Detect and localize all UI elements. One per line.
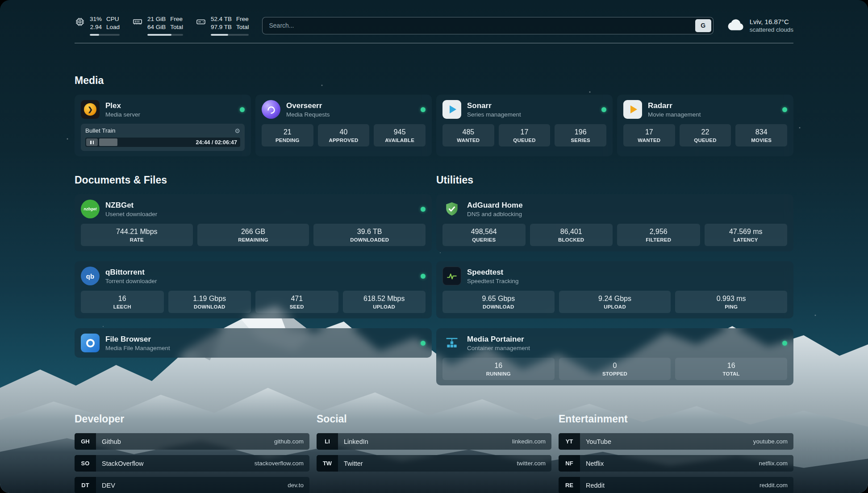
service-subtitle: Container management bbox=[467, 345, 530, 351]
service-card-nzbget[interactable]: nzbget NZBGet Usenet downloader 744.21 M… bbox=[75, 194, 432, 251]
page-content: 31% 2.94 CPU Load bbox=[75, 0, 793, 493]
weather-location: Lviv, 16.87°C bbox=[750, 18, 793, 25]
bookmark-url: netflix.com bbox=[759, 460, 788, 467]
topbar-divider bbox=[75, 43, 793, 43]
weather-widget: Lviv, 16.87°C scattered clouds bbox=[727, 18, 793, 33]
cpu-label: CPU bbox=[106, 15, 120, 23]
search-input[interactable] bbox=[262, 17, 713, 34]
status-dot bbox=[421, 107, 426, 112]
section-title-entertainment: Entertainment bbox=[559, 413, 793, 425]
bookmark-github[interactable]: GH Github github.com bbox=[75, 433, 309, 450]
stat-ping: 0.993 msPING bbox=[675, 291, 787, 313]
service-subtitle: Movie management bbox=[648, 111, 701, 118]
section-title-media: Media bbox=[75, 75, 793, 87]
service-card-radarr[interactable]: Radarr Movie management 17WANTED 22QUEUE… bbox=[617, 95, 793, 156]
plex-now-playing: Bullet Train ⚙ 24:44 / 02:06:47 bbox=[81, 124, 245, 151]
stat-download: 1.19 GbpsDOWNLOAD bbox=[168, 291, 251, 313]
bookmark-youtube[interactable]: YT YouTube youtube.com bbox=[559, 433, 793, 450]
portainer-icon bbox=[442, 334, 461, 352]
section-title-utilities: Utilities bbox=[436, 174, 793, 186]
service-subtitle: Torrent downloader bbox=[105, 278, 157, 284]
bookmark-abbr: NF bbox=[559, 455, 580, 472]
bookmark-stackoverflow[interactable]: SO StackOverflow stackoverflow.com bbox=[75, 455, 309, 472]
bookmarks-entertainment: Entertainment YT YouTube youtube.com NF … bbox=[559, 413, 793, 493]
service-subtitle: Media File Management bbox=[105, 345, 170, 351]
service-card-filebrowser[interactable]: File Browser Media File Management bbox=[75, 328, 432, 358]
playback-progress-bar[interactable] bbox=[99, 138, 192, 146]
stat-stopped: 0STOPPED bbox=[559, 358, 671, 380]
now-playing-title: Bullet Train bbox=[85, 127, 116, 134]
bookmark-url: github.com bbox=[274, 438, 304, 445]
stat-approved: 40APPROVED bbox=[318, 124, 370, 146]
service-card-speedtest[interactable]: Speedtest Speedtest Tracking 9.65 GbpsDO… bbox=[436, 261, 793, 318]
bookmark-netflix[interactable]: NF Netflix netflix.com bbox=[559, 455, 793, 472]
bookmark-name: Reddit bbox=[586, 482, 605, 489]
service-name: Speedtest bbox=[467, 268, 519, 277]
bookmark-abbr: GH bbox=[75, 433, 96, 450]
adguard-shield-icon bbox=[442, 200, 461, 218]
bookmark-twitter[interactable]: TW Twitter twitter.com bbox=[317, 455, 551, 472]
status-dot bbox=[782, 107, 787, 112]
memory-total-value: 64 GiB bbox=[147, 23, 166, 31]
cpu-icon bbox=[75, 17, 85, 29]
stat-rate: 744.21 MbpsRATE bbox=[81, 224, 193, 246]
stat-download: 9.65 GbpsDOWNLOAD bbox=[442, 291, 555, 313]
disk-progress-bar bbox=[211, 34, 249, 36]
weather-condition: scattered clouds bbox=[750, 26, 793, 33]
bookmark-dev[interactable]: DT DEV dev.to bbox=[75, 477, 309, 493]
dashboard-screen: 31% 2.94 CPU Load bbox=[0, 0, 868, 493]
status-dot bbox=[421, 341, 426, 346]
service-subtitle: Media server bbox=[105, 111, 140, 118]
stat-queries: 498,564QUERIES bbox=[442, 224, 526, 246]
stat-available: 945AVAILABLE bbox=[374, 124, 426, 146]
memory-monitor: 21 GiB 64 GiB Free Total bbox=[132, 15, 183, 36]
pause-icon[interactable] bbox=[86, 138, 98, 146]
bookmark-abbr: SO bbox=[75, 455, 96, 472]
section-documents: Documents & Files nzbget NZBGet Usenet d… bbox=[75, 174, 432, 368]
service-card-sonarr[interactable]: Sonarr Series management 485WANTED 17QUE… bbox=[436, 95, 613, 156]
stat-filtered: 2,956FILTERED bbox=[617, 224, 700, 246]
plex-icon: ❯ bbox=[81, 100, 100, 119]
bookmark-url: linkedin.com bbox=[512, 438, 546, 445]
cpu-monitor: 31% 2.94 CPU Load bbox=[75, 15, 120, 36]
search-provider-button[interactable]: G bbox=[695, 19, 711, 32]
service-card-portainer[interactable]: Media Portainer Container management 16R… bbox=[436, 328, 793, 385]
bookmark-name: Netflix bbox=[586, 460, 604, 467]
filebrowser-icon bbox=[81, 334, 100, 352]
stat-pending: 21PENDING bbox=[262, 124, 313, 146]
cpu-load-value: 2.94 bbox=[90, 23, 102, 31]
bookmark-abbr: TW bbox=[317, 455, 338, 472]
status-dot bbox=[782, 341, 787, 346]
status-dot bbox=[421, 274, 426, 279]
memory-icon bbox=[132, 17, 143, 29]
service-name: Radarr bbox=[648, 101, 701, 110]
resource-monitors: 31% 2.94 CPU Load bbox=[75, 15, 249, 36]
service-name: Plex bbox=[105, 101, 140, 110]
status-dot bbox=[240, 107, 245, 112]
stat-leech: 16LEECH bbox=[81, 291, 164, 313]
bookmark-reddit[interactable]: RE Reddit reddit.com bbox=[559, 477, 793, 493]
service-card-overseerr[interactable]: Overseerr Media Requests 21PENDING 40APP… bbox=[255, 95, 432, 156]
memory-total-label: Total bbox=[170, 23, 183, 31]
service-card-qbittorrent[interactable]: qb qBittorrent Torrent downloader 16LEEC… bbox=[75, 261, 432, 318]
section-title-social: Social bbox=[317, 413, 551, 425]
bookmark-linkedin[interactable]: LI LinkedIn linkedin.com bbox=[317, 433, 551, 450]
disk-total-value: 97.9 TB bbox=[211, 23, 232, 31]
cpu-usage-value: 31% bbox=[90, 15, 102, 23]
stat-running: 16RUNNING bbox=[442, 358, 555, 380]
gear-icon[interactable]: ⚙ bbox=[234, 128, 240, 134]
topbar: 31% 2.94 CPU Load bbox=[75, 15, 793, 36]
bookmark-abbr: LI bbox=[317, 433, 338, 450]
section-title-documents: Documents & Files bbox=[75, 174, 432, 186]
disk-total-label: Total bbox=[236, 23, 249, 31]
service-subtitle: Speedtest Tracking bbox=[467, 278, 519, 284]
cpu-load-label: Load bbox=[106, 23, 120, 31]
bookmark-name: YouTube bbox=[586, 438, 611, 445]
service-card-adguard[interactable]: AdGuard Home DNS and adblocking 498,564Q… bbox=[436, 194, 793, 251]
disk-monitor: 52.4 TB 97.9 TB Free Total bbox=[196, 15, 249, 36]
service-card-plex[interactable]: ❯ Plex Media server Bullet Train ⚙ bbox=[75, 95, 251, 156]
memory-free-value: 21 GiB bbox=[147, 15, 166, 23]
status-dot bbox=[601, 107, 606, 112]
sonarr-icon bbox=[442, 100, 461, 119]
bookmark-url: youtube.com bbox=[753, 438, 788, 445]
